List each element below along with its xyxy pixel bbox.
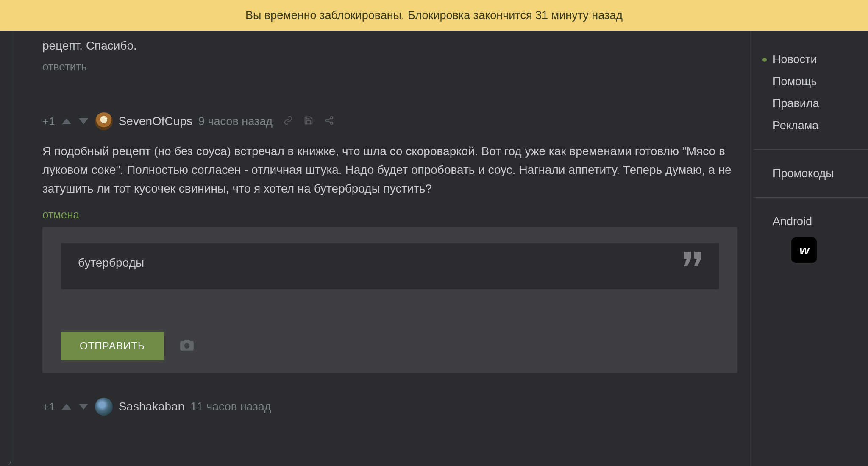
block-banner: Вы временно заблокированы. Блокировка за…	[0, 0, 868, 31]
upvote-icon[interactable]	[61, 403, 72, 410]
comment-header: +1 SevenOfCups 9 часов назад	[42, 112, 737, 130]
cancel-reply-link[interactable]: отмена	[42, 208, 79, 221]
comment-action-icons	[284, 116, 334, 127]
sidebar-promo-group: Промокоды	[754, 149, 868, 197]
sidebar-links-group: Новости Помощь Правила Реклама	[754, 48, 868, 149]
svg-point-7	[184, 343, 189, 349]
username-link[interactable]: Sashakaban	[119, 400, 185, 413]
svg-point-2	[331, 117, 333, 119]
svg-point-4	[331, 122, 333, 125]
next-comment-header: +1 Sashakaban 11 часов назад	[42, 398, 737, 416]
sidebar-link-news[interactable]: Новости	[773, 48, 868, 70]
reply-editor: бутерброды ОТПРАВИТЬ	[42, 227, 737, 373]
comment-score: +1	[42, 115, 55, 128]
comments-column: рецепт. Спасибо. ответить +1 SevenOfCups…	[42, 31, 737, 416]
comment-score: +1	[42, 400, 55, 413]
share-icon[interactable]	[324, 116, 334, 127]
sidebar: Новости Помощь Правила Реклама Промокоды…	[754, 31, 868, 276]
downvote-icon[interactable]	[78, 117, 89, 125]
quote-block[interactable]: бутерброды	[61, 243, 719, 289]
reply-link[interactable]: ответить	[42, 60, 87, 73]
permalink-icon[interactable]	[284, 116, 293, 127]
prev-comment-tail: рецепт. Спасибо.	[42, 39, 737, 53]
left-border-decor	[0, 31, 11, 465]
username-link[interactable]: SevenOfCups	[119, 114, 192, 128]
svg-point-3	[326, 119, 328, 122]
avatar[interactable]	[95, 398, 113, 416]
quote-mark-icon	[684, 252, 703, 268]
block-banner-text: Вы временно заблокированы. Блокировка за…	[245, 9, 623, 22]
comment-timestamp: 11 часов назад	[190, 400, 271, 413]
sidebar-link-rules[interactable]: Правила	[773, 92, 868, 114]
sidebar-link-help[interactable]: Помощь	[773, 70, 868, 92]
upvote-icon[interactable]	[61, 117, 72, 125]
svg-marker-0	[62, 118, 71, 124]
send-button[interactable]: ОТПРАВИТЬ	[61, 332, 164, 360]
downvote-icon[interactable]	[78, 403, 89, 410]
quote-text: бутерброды	[78, 256, 144, 269]
vk-icon[interactable]: w	[791, 237, 817, 263]
sidebar-link-ads[interactable]: Реклама	[773, 114, 868, 137]
sidebar-link-promo[interactable]: Промокоды	[773, 162, 868, 184]
svg-marker-1	[79, 118, 88, 124]
svg-line-5	[328, 121, 331, 123]
sidebar-apps-group: Android w	[754, 197, 868, 276]
sidebar-link-android[interactable]: Android	[773, 210, 868, 232]
reply-actions: ОТПРАВИТЬ	[61, 332, 719, 360]
avatar[interactable]	[95, 112, 113, 130]
sidebar-separator	[750, 31, 751, 466]
comment-timestamp: 9 часов назад	[198, 115, 273, 128]
svg-marker-8	[62, 404, 71, 410]
comment-body: Я подобный рецепт (но без соуса) встреча…	[42, 142, 737, 198]
attach-image-icon[interactable]	[179, 338, 195, 354]
svg-marker-9	[79, 404, 88, 410]
save-icon[interactable]	[304, 116, 313, 127]
svg-line-6	[328, 118, 331, 120]
